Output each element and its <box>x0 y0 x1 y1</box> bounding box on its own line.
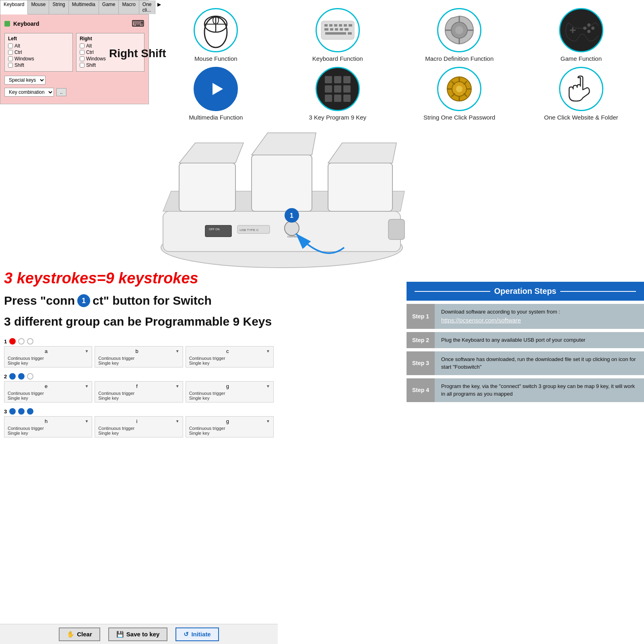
key-combination-select[interactable]: Key combination <box>4 88 54 97</box>
ops-title: Operation Steps <box>494 287 556 296</box>
macro-icon <box>443 14 475 46</box>
key-letter-2-2: f <box>98 383 175 389</box>
right-ctrl-row: Ctrl <box>80 50 141 55</box>
dropdown-arrow-icon-1-3[interactable]: ▼ <box>266 349 270 353</box>
key-type-2-3: Single key <box>189 396 270 400</box>
press-post: ct" button for Switch <box>93 294 212 308</box>
func-circle-oneclick <box>559 67 603 111</box>
tab-macro[interactable]: Macro <box>119 0 139 14</box>
multimedia-icon <box>204 77 228 101</box>
key-type-3-2: Single key <box>98 431 179 436</box>
dropdown-arrow-icon-1-2[interactable]: ▼ <box>175 349 180 353</box>
svg-point-25 <box>587 23 590 27</box>
group-dot-2-2 <box>18 373 25 380</box>
mouse-icon <box>202 12 230 48</box>
special-keys-row: Special keys <box>4 76 144 85</box>
func-circle-string <box>437 67 481 111</box>
right-title: Right <box>80 36 141 41</box>
left-shift-row: Shift <box>8 62 69 68</box>
functions-grid: Mouse Function <box>153 0 644 125</box>
right-shift-checkbox[interactable] <box>80 63 85 68</box>
initiate-icon: ↺ <box>184 631 189 638</box>
left-windows-checkbox[interactable] <box>8 56 13 61</box>
key-trigger-3-2: Continuous trigger <box>98 426 179 431</box>
key-cell-header-2-2: f ▼ <box>98 383 179 389</box>
group-dot-2-3 <box>27 373 33 380</box>
svg-text:USB TYPE C: USB TYPE C <box>239 228 259 232</box>
tab-game[interactable]: Game <box>99 0 119 14</box>
clear-label: Clear <box>77 631 92 638</box>
red-text: 3 keystrokes=9 keystrokes <box>4 270 198 287</box>
key-letter-1-1: a <box>8 348 85 354</box>
tab-keyboard[interactable]: Keyboard <box>0 0 28 14</box>
dotdot-button[interactable]: .. <box>56 88 66 96</box>
ops-title-bar: Operation Steps <box>407 282 644 301</box>
clear-icon: ✋ <box>67 631 74 638</box>
dropdown-arrow-icon-2-1[interactable]: ▼ <box>85 384 89 388</box>
key-trigger-3-1: Continuous trigger <box>8 426 89 431</box>
group-number-1: 1 <box>4 339 7 345</box>
tab-mouse[interactable]: Mouse <box>28 0 49 14</box>
key-trigger-1-1: Continuous trigger <box>8 356 89 361</box>
svg-point-24 <box>583 27 586 30</box>
group-dot-2-1 <box>9 373 16 380</box>
svg-rect-36 <box>334 95 341 102</box>
dropdown-arrow-icon-1-1[interactable]: ▼ <box>85 349 89 353</box>
key-letter-1-2: b <box>98 348 175 354</box>
step-item-4: Step 4Program the key, via the "connect"… <box>407 378 644 402</box>
dropdown-arrow-icon-3-3[interactable]: ▼ <box>266 419 270 423</box>
svg-rect-30 <box>334 76 341 83</box>
clear-button[interactable]: ✋ Clear <box>59 627 100 641</box>
key-cells-3: h ▼ Continuous trigger Single key i ▼ Co… <box>4 416 274 438</box>
threekey-icon <box>322 73 354 105</box>
key-cell-2-3: g ▼ Continuous trigger Single key <box>186 381 274 402</box>
press-pre: Press "conn <box>4 294 75 308</box>
dropdown-arrow-icon-3-1[interactable]: ▼ <box>85 419 89 423</box>
svg-point-23 <box>591 27 594 30</box>
func-3key: 3 Key Program 9 Key <box>279 67 397 122</box>
step1-link[interactable]: https://pcsensor.com/software <box>441 317 521 324</box>
key-cell-header-1-2: b ▼ <box>98 348 179 354</box>
right-alt-checkbox[interactable] <box>80 43 85 48</box>
left-box: Left Alt Ctrl Windows Shift <box>4 33 73 72</box>
dropdown-arrow-icon-3-2[interactable]: ▼ <box>175 419 180 423</box>
steps-container: Step 1Download software according to you… <box>407 304 644 402</box>
key-type-1-2: Single key <box>98 361 179 365</box>
keyboard-func-icon <box>320 18 356 42</box>
tab-string[interactable]: String <box>49 0 68 14</box>
key-trigger-3-3: Continuous trigger <box>189 426 270 431</box>
key-groups-area: 1 a ▼ Continuous trigger Single key b ▼ … <box>0 338 278 443</box>
svg-rect-32 <box>325 85 332 93</box>
key-cell-header-3-2: i ▼ <box>98 418 179 424</box>
initiate-button[interactable]: ↺ Initiate <box>175 627 219 641</box>
prog-text: 3 different group can be Programmable 9 … <box>4 315 272 328</box>
left-shift-checkbox[interactable] <box>8 63 13 68</box>
left-ctrl-checkbox[interactable] <box>8 50 13 55</box>
key-cell-3-3: g ▼ Continuous trigger Single key <box>186 416 274 438</box>
svg-rect-12 <box>349 24 352 27</box>
svg-rect-35 <box>325 95 332 102</box>
key-cells-1: a ▼ Continuous trigger Single key b ▼ Co… <box>4 346 274 367</box>
dropdown-arrow-icon-2-3[interactable]: ▼ <box>266 384 270 388</box>
group-dot-3-3 <box>27 408 33 415</box>
key-cell-3-2: i ▼ Continuous trigger Single key <box>95 416 183 438</box>
func-oneclick: One Click Website & Folder <box>522 67 640 122</box>
right-alt-label: Alt <box>86 43 92 49</box>
key-letter-3-2: i <box>98 418 175 424</box>
key-letter-3-1: h <box>8 418 85 424</box>
key-cell-1-1: a ▼ Continuous trigger Single key <box>4 346 92 367</box>
keyboard-icon: ⌨ <box>132 19 144 29</box>
func-macro: Macro Definition Function <box>400 8 518 63</box>
lr-container: Left Alt Ctrl Windows Shift <box>4 33 144 72</box>
group-indicator-3: 3 <box>4 408 274 415</box>
dropdown-arrow-icon-2-2[interactable]: ▼ <box>175 384 180 388</box>
right-windows-checkbox[interactable] <box>80 56 85 61</box>
special-keys-select[interactable]: Special keys <box>4 76 45 85</box>
save-button[interactable]: 💾 Save to key <box>108 627 168 641</box>
svg-point-40 <box>456 86 462 92</box>
group-dot-1-3 <box>27 338 33 345</box>
left-alt-checkbox[interactable] <box>8 43 13 48</box>
func-string: String One Click Password <box>400 67 518 122</box>
tab-multimedia[interactable]: Multimedia <box>69 0 99 14</box>
right-ctrl-checkbox[interactable] <box>80 50 85 55</box>
